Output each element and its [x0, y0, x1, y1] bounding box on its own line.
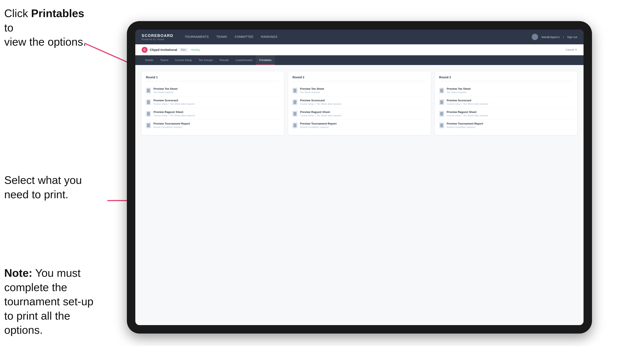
item-sub: Course setup + Tee Sheet data required: [154, 103, 195, 105]
print-item-text: Preview Scorecard Course setup + Tee She…: [154, 99, 195, 105]
item-title: Preview Raguzzi Sheet: [300, 110, 341, 114]
tab-tee-groups[interactable]: Tee Groups: [195, 55, 216, 65]
print-item-text: Preview Tee Sheet Tee Sheet required: [447, 87, 471, 94]
item-title: Preview Tournament Report: [154, 122, 190, 125]
tablet-device: SCOREBOARD Powered by clippd TOURNAMENTS…: [127, 21, 592, 334]
round1-scorecard[interactable]: Preview Scorecard Course setup + Tee She…: [146, 96, 280, 108]
item-title: Preview Raguzzi Sheet: [447, 110, 488, 114]
doc-icon: [439, 99, 444, 105]
sign-out-link[interactable]: |: [563, 35, 564, 39]
item-sub: Course setup + Tee Sheet data required: [300, 114, 341, 117]
round-1-column: Round 1 Preview Tee Sheet Tee Sheet requ…: [142, 71, 284, 135]
item-title: Preview Scorecard: [300, 99, 341, 102]
tournament-name: Clippd Invitational: [150, 48, 177, 51]
doc-icon: [146, 88, 151, 94]
doc-icon: [146, 111, 151, 117]
sign-out-button[interactable]: Sign out: [567, 35, 577, 39]
doc-icon: [292, 99, 298, 105]
item-title: Preview Tee Sheet: [447, 87, 471, 90]
item-sub: Course setup + Tee Sheet data required: [300, 103, 341, 105]
item-title: Preview Tournament Report: [447, 122, 483, 125]
main-content: Round 1 Preview Tee Sheet Tee Sheet requ…: [135, 65, 584, 325]
tournament-title: C Clippd Invitational Men Hosting: [142, 47, 200, 53]
nav-teams[interactable]: TEAMS: [213, 34, 230, 40]
instruction-bottom: Note: You must complete the tournament s…: [4, 266, 99, 337]
doc-icon: [439, 88, 444, 94]
tab-leaderboards[interactable]: Leaderboards: [232, 55, 256, 65]
item-sub: Course setup + Tee Sheet data required: [447, 103, 488, 105]
item-sub: Round Completion required: [154, 126, 190, 128]
nav-committee[interactable]: COMMITTEE: [232, 34, 256, 40]
item-sub: Tee Sheet required: [300, 91, 324, 94]
item-sub: Round Completion required: [447, 126, 483, 128]
round-3-title: Round 3: [439, 76, 573, 81]
print-item-text: Preview Tournament Report Round Completi…: [447, 122, 483, 128]
round1-tee-sheet[interactable]: Preview Tee Sheet Tee Sheet required: [146, 85, 280, 96]
print-item-text: Preview Raguzzi Sheet Course setup + Tee…: [447, 110, 488, 117]
round-1-title: Round 1: [146, 76, 280, 81]
item-sub: Course setup + Tee Sheet data required: [447, 114, 488, 117]
item-title: Preview Tournament Report: [300, 122, 336, 125]
sub-nav: C Clippd Invitational Men Hosting Cancel…: [135, 44, 584, 55]
clippd-icon: C: [142, 47, 148, 53]
round1-tournament-report[interactable]: Preview Tournament Report Round Completi…: [146, 120, 280, 131]
doc-icon: [439, 111, 444, 117]
tab-results[interactable]: Results: [216, 55, 232, 65]
cancel-button[interactable]: Cancel ✕: [566, 48, 577, 51]
round2-raguzzi[interactable]: Preview Raguzzi Sheet Course setup + Tee…: [292, 108, 426, 120]
top-nav-right: blair@clippd.io | Sign out: [532, 34, 577, 40]
tab-printables[interactable]: Printables: [256, 55, 275, 65]
doc-icon: [146, 99, 151, 105]
tournament-status: Hosting: [191, 48, 200, 51]
user-avatar: [532, 34, 538, 40]
logo-sub: Powered by clippd: [142, 38, 173, 40]
logo-area: SCOREBOARD Powered by clippd: [142, 33, 173, 40]
round2-tournament-report[interactable]: Preview Tournament Report Round Completi…: [292, 120, 426, 131]
round2-tee-sheet[interactable]: Preview Tee Sheet Tee Sheet required: [292, 85, 426, 96]
round1-raguzzi[interactable]: Preview Raguzzi Sheet Course setup + Tee…: [146, 108, 280, 120]
print-item-text: Preview Raguzzi Sheet Course setup + Tee…: [300, 110, 341, 117]
user-email: blair@clippd.io: [542, 35, 560, 39]
round2-scorecard[interactable]: Preview Scorecard Course setup + Tee She…: [292, 96, 426, 108]
item-title: Preview Tee Sheet: [154, 87, 178, 90]
tab-teams[interactable]: Teams: [157, 55, 172, 65]
round-3-column: Round 3 Preview Tee Sheet Tee Sheet requ…: [435, 71, 577, 135]
rounds-grid: Round 1 Preview Tee Sheet Tee Sheet requ…: [142, 71, 577, 135]
instruction-middle: Select what you need to print.: [4, 173, 82, 202]
item-title: Preview Raguzzi Sheet: [154, 110, 195, 114]
doc-icon: [292, 122, 298, 128]
tab-course-setup[interactable]: Course Setup: [172, 55, 195, 65]
item-sub: Tee Sheet required: [447, 91, 471, 94]
round3-tee-sheet[interactable]: Preview Tee Sheet Tee Sheet required: [439, 85, 573, 96]
doc-icon: [146, 122, 151, 128]
item-title: Preview Scorecard: [447, 99, 488, 102]
print-item-text: Preview Tournament Report Round Completi…: [154, 122, 190, 128]
doc-icon: [292, 111, 298, 117]
doc-icon: [292, 88, 298, 94]
round3-tournament-report[interactable]: Preview Tournament Report Round Completi…: [439, 120, 573, 131]
round-2-title: Round 2: [292, 76, 426, 81]
top-nav: SCOREBOARD Powered by clippd TOURNAMENTS…: [135, 29, 584, 44]
tab-nav: Details Teams Course Setup Tee Groups Re…: [135, 55, 584, 65]
round3-scorecard[interactable]: Preview Scorecard Course setup + Tee She…: [439, 96, 573, 108]
tab-details[interactable]: Details: [142, 55, 157, 65]
item-sub: Round Completion required: [300, 126, 336, 128]
nav-tournaments[interactable]: TOURNAMENTS: [182, 34, 212, 40]
print-item-text: Preview Scorecard Course setup + Tee She…: [447, 99, 488, 105]
print-item-text: Preview Tee Sheet Tee Sheet required: [154, 87, 178, 94]
instruction-top: Click Printables toview the options.: [4, 6, 93, 49]
item-title: Preview Scorecard: [154, 99, 195, 102]
item-sub: Tee Sheet required: [154, 91, 178, 94]
print-item-text: Preview Raguzzi Sheet Course setup + Tee…: [154, 110, 195, 117]
print-item-text: Preview Tournament Report Round Completi…: [300, 122, 336, 128]
doc-icon: [439, 122, 444, 128]
logo-title: SCOREBOARD: [142, 33, 173, 38]
instruction-top-text: Click Printables toview the options.: [4, 7, 86, 48]
item-title: Preview Tee Sheet: [300, 87, 324, 90]
round3-raguzzi[interactable]: Preview Raguzzi Sheet Course setup + Tee…: [439, 108, 573, 120]
tablet-screen: SCOREBOARD Powered by clippd TOURNAMENTS…: [135, 29, 584, 325]
top-nav-links: TOURNAMENTS TEAMS COMMITTEE RANKINGS: [182, 34, 532, 40]
print-item-text: Preview Tee Sheet Tee Sheet required: [300, 87, 324, 94]
nav-rankings[interactable]: RANKINGS: [258, 34, 280, 40]
item-sub: Course setup + Tee Sheet data required: [154, 114, 195, 117]
